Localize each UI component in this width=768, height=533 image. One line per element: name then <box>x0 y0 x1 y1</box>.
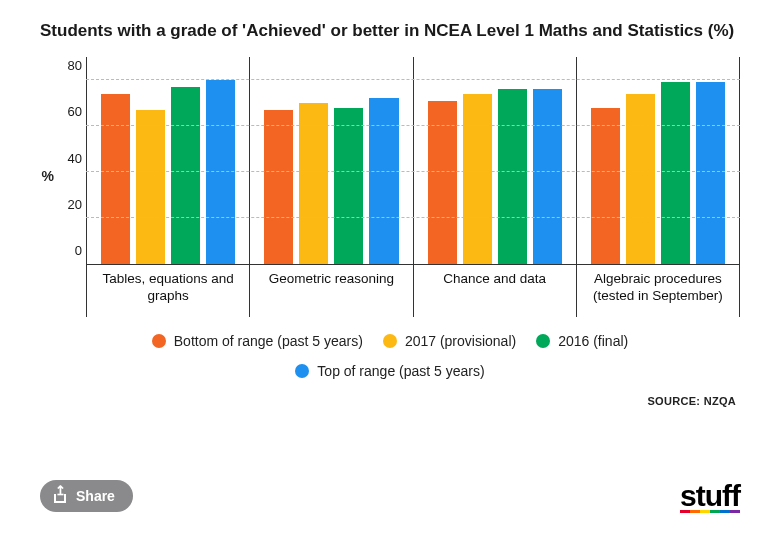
legend-label: 2016 (final) <box>558 327 628 355</box>
legend-swatch <box>295 364 309 378</box>
bar-group <box>413 57 576 264</box>
bar-group <box>576 57 740 264</box>
gridline <box>86 79 740 80</box>
bar <box>626 94 655 264</box>
brand-text: stuff <box>680 479 740 513</box>
gridline <box>86 171 740 172</box>
footer-bar: Share stuff <box>40 479 740 513</box>
x-category: Algebraic procedures (tested in Septembe… <box>576 265 740 317</box>
legend-swatch <box>152 334 166 348</box>
y-tick: 20 <box>68 196 82 211</box>
bar-groups <box>86 57 740 264</box>
legend-item: 2017 (provisional) <box>383 327 516 355</box>
y-tick: 0 <box>75 242 82 257</box>
bar <box>206 80 235 264</box>
bar <box>591 108 620 264</box>
legend-item: Bottom of range (past 5 years) <box>152 327 363 355</box>
legend-label: Top of range (past 5 years) <box>317 357 484 385</box>
chart-card: Students with a grade of 'Achieved' or b… <box>0 0 768 533</box>
chart-title: Students with a grade of 'Achieved' or b… <box>40 20 740 43</box>
plot: Tables, equations and graphsGeometric re… <box>86 57 740 317</box>
y-tick: 60 <box>68 104 82 119</box>
source-label: SOURCE: NZQA <box>40 395 736 407</box>
share-button-label: Share <box>76 488 115 504</box>
gridline <box>86 217 740 218</box>
legend-item: 2016 (final) <box>536 327 628 355</box>
y-axis: % 020406080 <box>40 57 86 317</box>
x-category: Tables, equations and graphs <box>86 265 249 317</box>
y-tick: 40 <box>68 150 82 165</box>
bar <box>533 89 562 264</box>
legend-item: Top of range (past 5 years) <box>295 357 484 385</box>
legend: Bottom of range (past 5 years)2017 (prov… <box>40 327 740 387</box>
bar-group <box>86 57 249 264</box>
plot-grid <box>86 57 740 265</box>
x-axis-categories: Tables, equations and graphsGeometric re… <box>86 265 740 317</box>
x-category: Chance and data <box>413 265 576 317</box>
bar <box>661 82 690 264</box>
y-axis-label: % <box>42 168 54 184</box>
chart-area: % 020406080 Tables, equations and graphs… <box>40 57 740 317</box>
bar <box>369 98 398 264</box>
bar <box>101 94 130 264</box>
x-category: Geometric reasoning <box>249 265 412 317</box>
bar <box>463 94 492 264</box>
share-icon <box>54 489 68 503</box>
bar <box>334 108 363 264</box>
bar <box>498 89 527 264</box>
gridline <box>86 125 740 126</box>
share-button[interactable]: Share <box>40 480 133 512</box>
bar <box>171 87 200 264</box>
brand-logo: stuff <box>680 479 740 513</box>
legend-swatch <box>536 334 550 348</box>
bar <box>696 82 725 264</box>
legend-label: Bottom of range (past 5 years) <box>174 327 363 355</box>
legend-label: 2017 (provisional) <box>405 327 516 355</box>
bar <box>136 110 165 264</box>
legend-swatch <box>383 334 397 348</box>
bar-group <box>249 57 412 264</box>
bar <box>264 110 293 264</box>
y-tick: 80 <box>68 58 82 73</box>
bar <box>299 103 328 264</box>
